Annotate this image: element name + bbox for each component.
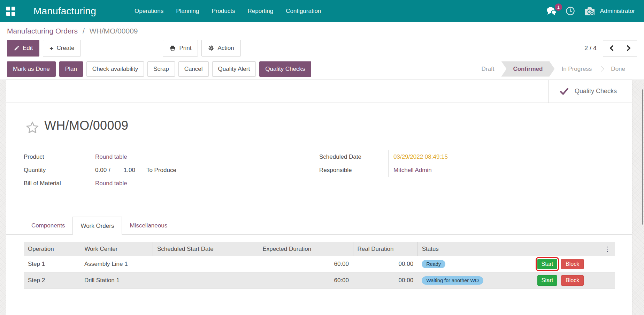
check-icon [559, 87, 569, 96]
record-title: WH/MO/00009 [44, 118, 128, 133]
menu-planning[interactable]: Planning [171, 5, 204, 17]
quantity-to-produce: 1.00 [124, 167, 135, 174]
plus-icon: + [49, 45, 53, 52]
tab-work-orders[interactable]: Work Orders [72, 217, 122, 235]
column-actions [521, 242, 600, 256]
left-field-group: Product Round table Quantity 0.00 / 1.00… [24, 150, 319, 190]
statusbar-row: Mark as Done Plan Check availability Scr… [0, 58, 644, 80]
breadcrumb-row: Manufacturing Orders / WH/MO/00009 [0, 22, 644, 38]
column-expected-duration[interactable]: Expected Duration [258, 242, 353, 256]
menu-configuration[interactable]: Configuration [281, 5, 326, 17]
navbar-right: 1 Administrator [546, 6, 635, 16]
menu-operations[interactable]: Operations [130, 5, 168, 17]
menu-reporting[interactable]: Reporting [243, 5, 278, 17]
step-chevron-icon [599, 66, 604, 72]
cell-work-center: Assembly Line 1 [80, 256, 153, 272]
user-name: Administrator [600, 8, 635, 15]
scrollbar-thumb[interactable] [642, 89, 643, 225]
cancel-button[interactable]: Cancel [178, 61, 209, 77]
messages-icon[interactable]: 1 [546, 7, 557, 16]
apps-grid-square [12, 12, 15, 16]
bill-of-material-label: Bill of Material [24, 177, 90, 190]
pager: 2 / 4 [584, 40, 637, 57]
status-step-draft[interactable]: Draft [475, 61, 501, 77]
pencil-icon [14, 45, 20, 51]
activities-clock-icon[interactable] [566, 6, 575, 16]
status-step-in-progress[interactable]: In Progress [554, 61, 599, 77]
column-work-center[interactable]: Work Center [80, 242, 153, 256]
breadcrumb-parent[interactable]: Manufacturing Orders [7, 27, 78, 35]
printer-icon [169, 45, 176, 51]
scheduled-date-value: 03/29/2022 08:49:15 [393, 153, 448, 160]
pager-next-button[interactable] [620, 40, 637, 56]
cell-real-duration: 00:00 [353, 272, 417, 289]
edit-button[interactable]: Edit [7, 40, 39, 57]
column-status[interactable]: Status [417, 242, 521, 256]
apps-menu-icon[interactable] [6, 7, 15, 16]
status-badge: Ready [422, 260, 445, 268]
check-availability-button[interactable]: Check availability [86, 61, 144, 77]
favorite-star-icon[interactable] [25, 120, 40, 135]
cell-work-center: Drill Station 1 [80, 272, 153, 289]
create-button-label: Create [56, 45, 74, 52]
cell-operation: Step 2 [24, 272, 80, 289]
field-product: Product Round table [24, 150, 319, 164]
chevron-left-icon [609, 45, 614, 51]
apps-grid-square [6, 7, 10, 10]
tab-miscellaneous[interactable]: Miscellaneous [122, 217, 175, 234]
work-order-row[interactable]: Step 1 Assembly Line 1 60:00 00:00 Ready… [24, 256, 615, 272]
block-button[interactable]: Block [561, 275, 584, 286]
messages-badge: 1 [555, 3, 562, 11]
cell-real-duration: 00:00 [353, 256, 417, 272]
field-bill-of-material: Bill of Material Round table [24, 177, 319, 190]
cell-operation: Step 1 [24, 256, 80, 272]
responsible-value-link[interactable]: Mitchell Admin [393, 167, 432, 174]
apps-grid-square [6, 12, 10, 16]
quantity-separator: / [109, 167, 110, 174]
column-scheduled-start-date[interactable]: Scheduled Start Date [153, 242, 258, 256]
optional-columns-icon[interactable]: ⋮ [600, 242, 615, 256]
quantity-suffix-label: To Produce [146, 167, 176, 174]
bill-of-material-value-link[interactable]: Round table [95, 180, 127, 187]
control-buttons-row: Edit + Create Print [0, 38, 644, 58]
breadcrumb: Manufacturing Orders / WH/MO/00009 [7, 27, 138, 35]
quality-checks-button[interactable]: Quality Checks [259, 61, 311, 77]
start-button[interactable]: Start [537, 275, 558, 286]
user-avatar-icon [584, 6, 596, 16]
status-step-done[interactable]: Done [604, 61, 632, 77]
quality-alert-button[interactable]: Quality Alert [212, 61, 256, 77]
responsible-label: Responsible [319, 164, 388, 177]
user-menu[interactable]: Administrator [584, 6, 635, 16]
cell-scheduled-start-date [153, 272, 258, 289]
mark-as-done-button[interactable]: Mark as Done [7, 61, 56, 77]
pager-count: 2 / 4 [584, 45, 597, 52]
work-order-row[interactable]: Step 2 Drill Station 1 60:00 00:00 Waiti… [24, 272, 615, 289]
cell-scheduled-start-date [153, 256, 258, 272]
notebook-tabs: Components Work Orders Miscellaneous [6, 217, 632, 235]
pager-previous-button[interactable] [603, 40, 620, 56]
column-operation[interactable]: Operation [24, 242, 80, 256]
clock-icon [566, 6, 575, 16]
breadcrumb-current: WH/MO/00009 [90, 27, 138, 35]
gear-icon [208, 45, 214, 51]
form-sheet: Quality Checks WH/MO/00009 Product Round… [6, 80, 632, 315]
product-value-link[interactable]: Round table [95, 153, 127, 160]
pager-buttons [603, 40, 637, 57]
scrap-button[interactable]: Scrap [147, 61, 175, 77]
quality-checks-smart-button[interactable]: Quality Checks [548, 80, 632, 103]
tab-components[interactable]: Components [24, 217, 72, 234]
print-button-label: Print [179, 45, 191, 52]
start-button[interactable]: Start [537, 259, 558, 269]
app-name[interactable]: Manufacturing [33, 6, 96, 17]
column-real-duration[interactable]: Real Duration [353, 242, 417, 256]
create-button[interactable]: + Create [43, 40, 81, 57]
top-navbar: Manufacturing Operations Planning Produc… [0, 0, 644, 22]
print-button[interactable]: Print [163, 40, 198, 57]
status-step-confirmed[interactable]: Confirmed [501, 61, 554, 77]
plan-button[interactable]: Plan [59, 61, 83, 77]
block-button[interactable]: Block [561, 259, 584, 269]
action-button[interactable]: Action [201, 40, 240, 57]
right-field-group: Scheduled Date 03/29/2022 08:49:15 Respo… [319, 150, 615, 190]
menu-products[interactable]: Products [207, 5, 240, 17]
table-header-row: Operation Work Center Scheduled Start Da… [24, 242, 615, 256]
